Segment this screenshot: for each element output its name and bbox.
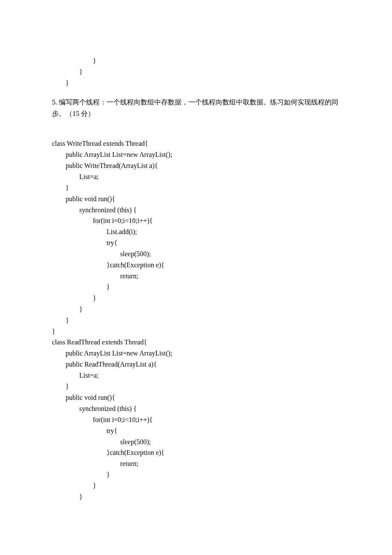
code-line: }	[52, 182, 340, 194]
code-line: }catch(Exception e){	[52, 260, 340, 271]
code-line: }	[52, 381, 340, 392]
code-line: for(int i=0;i<10;i++){	[52, 414, 340, 425]
code-line: List.add(i);	[52, 226, 340, 237]
code-line: sleep(500);	[52, 436, 340, 448]
code-line: return;	[52, 271, 340, 282]
code-line: }	[52, 315, 340, 326]
code-line: public WriteThread(ArrayList a){	[52, 160, 340, 171]
code-line: public ReadThread(ArrayList a){	[52, 359, 340, 370]
document-page: } } } 5. 编写两个线程：一个线程向数组中存数据，一个线程向数组中取数据。…	[0, 0, 392, 503]
code-line: }	[52, 78, 340, 89]
code-line: sleep(500);	[52, 249, 340, 260]
code-line: synchronized (this) {	[52, 205, 340, 216]
code-line: public ArrayList List=new ArrayList();	[52, 348, 340, 359]
code-line: class ReadThread extends Thread{	[52, 337, 340, 348]
code-line: public void run(){	[52, 194, 340, 205]
question-number: 5.	[52, 98, 57, 106]
code-line: List=a;	[52, 370, 340, 381]
code-line: }	[52, 491, 340, 503]
code-line: List=a;	[52, 171, 340, 182]
code-line: public void run(){	[52, 392, 340, 403]
code-line: }	[52, 282, 340, 293]
question-5: 5. 编写两个线程：一个线程向数组中存数据，一个线程向数组中取数据。练习如何实现…	[52, 96, 340, 119]
code-line: }	[52, 326, 340, 337]
code-line: public ArrayList List=new ArrayList();	[52, 149, 340, 160]
code-line: }	[52, 304, 340, 315]
code-line: }catch(Exception e){	[52, 447, 340, 458]
code-line: class WriteThread extends Thread{	[52, 138, 340, 149]
closing-braces-block: } } }	[52, 55, 340, 89]
question-text: 编写两个线程：一个线程向数组中存数据，一个线程向数组中取数据。练习如何实现线程的…	[52, 98, 338, 117]
code-line: try{	[52, 237, 340, 249]
code-line: }	[52, 66, 340, 78]
code-line: for(int i=0;i<10;i++){	[52, 215, 340, 226]
code-line: synchronized (this) {	[52, 403, 340, 414]
code-block: class WriteThread extends Thread{ public…	[52, 138, 340, 503]
code-line: try{	[52, 425, 340, 436]
code-line: }	[52, 480, 340, 491]
code-line: }	[52, 55, 340, 66]
code-line: }	[52, 469, 340, 480]
code-line: }	[52, 293, 340, 304]
code-line: return;	[52, 458, 340, 469]
